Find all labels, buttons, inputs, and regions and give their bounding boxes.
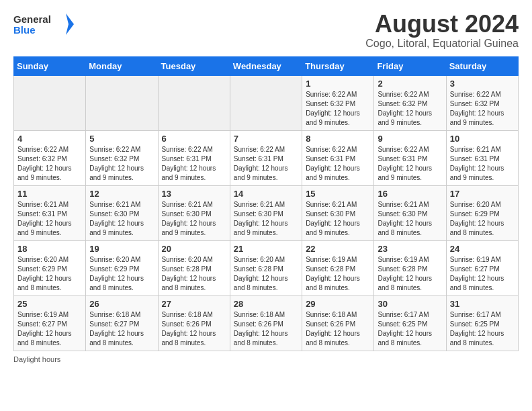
calendar-cell: 16Sunrise: 6:21 AM Sunset: 6:30 PM Dayli… xyxy=(374,185,446,240)
title-block: August 2024 Cogo, Litoral, Equatorial Gu… xyxy=(365,11,519,50)
calendar-week-row: 25Sunrise: 6:19 AM Sunset: 6:27 PM Dayli… xyxy=(14,295,519,351)
day-info: Sunrise: 6:17 AM Sunset: 6:25 PM Dayligh… xyxy=(378,310,442,348)
day-info: Sunrise: 6:21 AM Sunset: 6:30 PM Dayligh… xyxy=(306,200,370,238)
day-info: Sunrise: 6:22 AM Sunset: 6:32 PM Dayligh… xyxy=(378,90,442,128)
header: General Blue August 2024 Cogo, Litoral, … xyxy=(13,11,519,50)
calendar-cell: 4Sunrise: 6:22 AM Sunset: 6:32 PM Daylig… xyxy=(14,130,86,185)
calendar-week-row: 18Sunrise: 6:20 AM Sunset: 6:29 PM Dayli… xyxy=(14,240,519,295)
page: General Blue August 2024 Cogo, Litoral, … xyxy=(0,0,532,370)
day-info: Sunrise: 6:21 AM Sunset: 6:30 PM Dayligh… xyxy=(234,200,298,238)
day-number: 27 xyxy=(162,299,226,309)
header-row: SundayMondayTuesdayWednesdayThursdayFrid… xyxy=(14,56,519,75)
calendar-cell: 7Sunrise: 6:22 AM Sunset: 6:31 PM Daylig… xyxy=(230,130,302,185)
calendar-week-row: 1Sunrise: 6:22 AM Sunset: 6:32 PM Daylig… xyxy=(14,75,519,130)
calendar-cell: 24Sunrise: 6:19 AM Sunset: 6:27 PM Dayli… xyxy=(446,240,518,295)
calendar-day-header: Tuesday xyxy=(158,56,230,75)
day-number: 13 xyxy=(162,189,226,199)
day-info: Sunrise: 6:19 AM Sunset: 6:28 PM Dayligh… xyxy=(378,255,442,293)
calendar-cell: 21Sunrise: 6:20 AM Sunset: 6:28 PM Dayli… xyxy=(230,240,302,295)
day-number: 3 xyxy=(450,79,515,89)
calendar-body: 1Sunrise: 6:22 AM Sunset: 6:32 PM Daylig… xyxy=(14,75,519,351)
day-info: Sunrise: 6:22 AM Sunset: 6:32 PM Dayligh… xyxy=(17,145,82,183)
calendar-cell: 31Sunrise: 6:17 AM Sunset: 6:25 PM Dayli… xyxy=(446,295,518,351)
day-info: Sunrise: 6:22 AM Sunset: 6:32 PM Dayligh… xyxy=(89,145,154,183)
day-info: Sunrise: 6:21 AM Sunset: 6:30 PM Dayligh… xyxy=(89,200,154,238)
calendar-day-header: Friday xyxy=(374,56,446,75)
day-info: Sunrise: 6:20 AM Sunset: 6:28 PM Dayligh… xyxy=(234,255,298,293)
day-number: 4 xyxy=(17,134,82,144)
calendar-cell: 19Sunrise: 6:20 AM Sunset: 6:29 PM Dayli… xyxy=(86,240,158,295)
calendar-cell: 18Sunrise: 6:20 AM Sunset: 6:29 PM Dayli… xyxy=(14,240,86,295)
calendar-cell: 30Sunrise: 6:17 AM Sunset: 6:25 PM Dayli… xyxy=(374,295,446,351)
calendar-cell: 3Sunrise: 6:22 AM Sunset: 6:32 PM Daylig… xyxy=(446,75,518,130)
day-info: Sunrise: 6:17 AM Sunset: 6:25 PM Dayligh… xyxy=(450,310,515,348)
calendar-cell: 27Sunrise: 6:18 AM Sunset: 6:26 PM Dayli… xyxy=(158,295,230,351)
day-info: Sunrise: 6:21 AM Sunset: 6:31 PM Dayligh… xyxy=(17,200,82,238)
day-info: Sunrise: 6:19 AM Sunset: 6:27 PM Dayligh… xyxy=(17,310,82,348)
calendar-cell: 14Sunrise: 6:21 AM Sunset: 6:30 PM Dayli… xyxy=(230,185,302,240)
calendar-week-row: 11Sunrise: 6:21 AM Sunset: 6:31 PM Dayli… xyxy=(14,185,519,240)
day-number: 7 xyxy=(234,134,298,144)
calendar-table: SundayMondayTuesdayWednesdayThursdayFrid… xyxy=(13,56,519,351)
calendar-cell xyxy=(14,75,86,130)
calendar-cell: 6Sunrise: 6:22 AM Sunset: 6:31 PM Daylig… xyxy=(158,130,230,185)
day-number: 8 xyxy=(306,134,370,144)
calendar-cell: 5Sunrise: 6:22 AM Sunset: 6:32 PM Daylig… xyxy=(86,130,158,185)
calendar-day-header: Saturday xyxy=(446,56,518,75)
day-info: Sunrise: 6:21 AM Sunset: 6:30 PM Dayligh… xyxy=(378,200,442,238)
calendar-cell: 29Sunrise: 6:18 AM Sunset: 6:26 PM Dayli… xyxy=(302,295,374,351)
day-number: 25 xyxy=(17,299,82,309)
calendar-cell: 1Sunrise: 6:22 AM Sunset: 6:32 PM Daylig… xyxy=(302,75,374,130)
day-number: 29 xyxy=(306,299,370,309)
day-info: Sunrise: 6:22 AM Sunset: 6:32 PM Dayligh… xyxy=(306,90,370,128)
day-info: Sunrise: 6:22 AM Sunset: 6:31 PM Dayligh… xyxy=(306,145,370,183)
calendar-cell xyxy=(86,75,158,130)
day-info: Sunrise: 6:20 AM Sunset: 6:29 PM Dayligh… xyxy=(450,200,515,238)
calendar-week-row: 4Sunrise: 6:22 AM Sunset: 6:32 PM Daylig… xyxy=(14,130,519,185)
calendar-cell: 17Sunrise: 6:20 AM Sunset: 6:29 PM Dayli… xyxy=(446,185,518,240)
day-info: Sunrise: 6:22 AM Sunset: 6:31 PM Dayligh… xyxy=(234,145,298,183)
day-info: Sunrise: 6:21 AM Sunset: 6:30 PM Dayligh… xyxy=(162,200,226,238)
day-number: 20 xyxy=(162,244,226,254)
day-number: 12 xyxy=(89,189,154,199)
day-number: 5 xyxy=(89,134,154,144)
main-title: August 2024 xyxy=(365,11,519,38)
calendar-cell: 25Sunrise: 6:19 AM Sunset: 6:27 PM Dayli… xyxy=(14,295,86,351)
calendar-cell: 2Sunrise: 6:22 AM Sunset: 6:32 PM Daylig… xyxy=(374,75,446,130)
day-number: 17 xyxy=(450,189,515,199)
day-number: 2 xyxy=(378,79,442,89)
day-info: Sunrise: 6:20 AM Sunset: 6:29 PM Dayligh… xyxy=(89,255,154,293)
day-number: 6 xyxy=(162,134,226,144)
calendar-day-header: Wednesday xyxy=(230,56,302,75)
day-info: Sunrise: 6:22 AM Sunset: 6:32 PM Dayligh… xyxy=(450,90,515,128)
calendar-cell: 15Sunrise: 6:21 AM Sunset: 6:30 PM Dayli… xyxy=(302,185,374,240)
day-number: 11 xyxy=(17,189,82,199)
day-number: 10 xyxy=(450,134,515,144)
day-info: Sunrise: 6:19 AM Sunset: 6:27 PM Dayligh… xyxy=(450,255,515,293)
svg-marker-2 xyxy=(66,13,74,35)
day-number: 30 xyxy=(378,299,442,309)
calendar-cell: 20Sunrise: 6:20 AM Sunset: 6:28 PM Dayli… xyxy=(158,240,230,295)
calendar-cell: 22Sunrise: 6:19 AM Sunset: 6:28 PM Dayli… xyxy=(302,240,374,295)
calendar-cell: 12Sunrise: 6:21 AM Sunset: 6:30 PM Dayli… xyxy=(86,185,158,240)
calendar-day-header: Sunday xyxy=(14,56,86,75)
day-number: 22 xyxy=(306,244,370,254)
calendar-cell xyxy=(230,75,302,130)
day-info: Sunrise: 6:22 AM Sunset: 6:31 PM Dayligh… xyxy=(162,145,226,183)
day-number: 31 xyxy=(450,299,515,309)
calendar-cell: 13Sunrise: 6:21 AM Sunset: 6:30 PM Dayli… xyxy=(158,185,230,240)
footer-note: Daylight hours xyxy=(13,355,519,363)
day-number: 26 xyxy=(89,299,154,309)
day-number: 14 xyxy=(234,189,298,199)
calendar-cell: 9Sunrise: 6:22 AM Sunset: 6:31 PM Daylig… xyxy=(374,130,446,185)
calendar-cell: 28Sunrise: 6:18 AM Sunset: 6:26 PM Dayli… xyxy=(230,295,302,351)
day-number: 18 xyxy=(17,244,82,254)
svg-text:General: General xyxy=(13,13,51,25)
calendar-day-header: Monday xyxy=(86,56,158,75)
day-info: Sunrise: 6:20 AM Sunset: 6:28 PM Dayligh… xyxy=(162,255,226,293)
calendar-cell: 8Sunrise: 6:22 AM Sunset: 6:31 PM Daylig… xyxy=(302,130,374,185)
day-info: Sunrise: 6:19 AM Sunset: 6:28 PM Dayligh… xyxy=(306,255,370,293)
logo-icon: General Blue xyxy=(13,11,74,38)
day-number: 9 xyxy=(378,134,442,144)
day-number: 21 xyxy=(234,244,298,254)
